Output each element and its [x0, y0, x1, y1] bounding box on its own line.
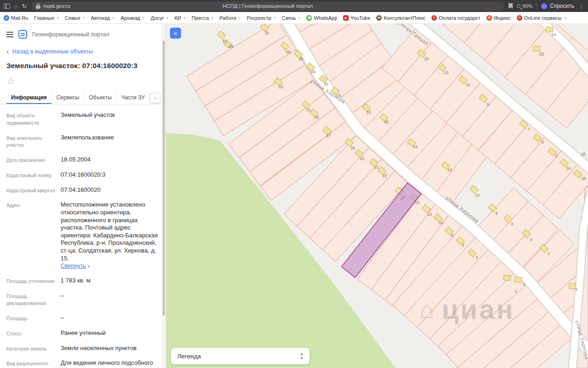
collapse-address-link[interactable]: Свернуть — [61, 263, 86, 269]
bookmark-item-5[interactable]: Досуг∨ — [151, 15, 169, 21]
field-label: Дата присвоения — [6, 156, 56, 164]
favorite-star-button[interactable]: ☆ — [4, 75, 17, 87]
field-value: Для ведения личного подсобного хозяйства — [56, 359, 158, 368]
parcel-number: 2Д — [538, 52, 543, 56]
parcel-number: 1 — [514, 289, 517, 293]
zoom-control[interactable]: 90% — [517, 3, 532, 9]
field-row-9: СтатусРанее учтенный — [6, 329, 158, 338]
tab-0[interactable]: Информация — [6, 91, 52, 104]
tab-2[interactable]: Объекты — [85, 91, 117, 104]
chevron-up-icon: ∧ — [87, 264, 90, 269]
parcel-number: 1 — [575, 287, 577, 292]
parcel-number: 12 — [447, 167, 452, 172]
field-value-text: Землепользование — [61, 134, 114, 141]
bookmark-item-9[interactable]: Росреестр∨ — [247, 15, 276, 21]
refresh-icon[interactable]: ↻ — [22, 3, 27, 9]
bookmark-label: КонсультантПлюс — [384, 15, 425, 21]
field-value-text: 07:04:1600020:3 — [61, 171, 106, 178]
bookmark-item-7[interactable]: Пресса∨ — [192, 15, 213, 21]
cadastral-map[interactable]: улица Грицайулица Хирноваулица Хирноваул… — [166, 24, 588, 368]
expand-collapse-icon: ∧∨ — [300, 352, 303, 360]
bookmark-item-11[interactable]: ☎WhatsApp — [306, 15, 337, 21]
bookmark-label: КИ — [175, 15, 181, 21]
field-value: 07:04:1600020 — [56, 186, 101, 195]
bookmark-item-3[interactable]: Автокад∨ — [91, 15, 115, 21]
parcel-number: 5 — [541, 140, 543, 144]
parcel-number: 15 — [415, 200, 419, 205]
building — [569, 284, 576, 289]
bookmark-item-6[interactable]: КИ∨ — [175, 15, 186, 21]
magnifier-icon — [517, 4, 520, 8]
mailru-icon: @ — [4, 15, 9, 21]
bookmark-label: Архикад — [120, 15, 140, 21]
bookmark-item-14[interactable]: !Оплата государст — [431, 15, 481, 21]
legend-toggle[interactable]: Легенда ∧∨ — [171, 348, 310, 364]
scrollbar-thumb[interactable] — [163, 40, 165, 316]
field-value: Ранее учтенный — [56, 329, 106, 338]
bookmark-flag-icon[interactable] — [509, 3, 513, 9]
bookmark-item-10[interactable]: Связь∨ — [282, 15, 301, 21]
app-title: Геоинформационный портал — [32, 31, 109, 38]
field-value-text: Ранее учтенный — [61, 329, 106, 336]
tab-1[interactable]: Сервисы — [52, 91, 85, 104]
parcel-number: 11 — [466, 82, 470, 87]
chevron-down-icon: ∨ — [238, 16, 241, 20]
parcel-number: 13 — [444, 70, 448, 75]
page-title: НСПД | Геоинформационный портал — [31, 3, 504, 9]
bookmark-item-13[interactable]: ККонсультантПлюс — [376, 15, 425, 21]
parcel-number: 33 — [278, 85, 283, 89]
chevron-down-icon: ∨ — [564, 16, 566, 20]
menu-kebab-icon[interactable]: ⋮ — [578, 3, 584, 9]
map-area[interactable]: улица Грицайулица Хирноваулица Хирноваул… — [166, 24, 588, 368]
back-link[interactable]: ‹ Назад в выделенные объекты — [6, 48, 159, 55]
field-label: Площадь — [6, 314, 56, 322]
bookmark-item-1[interactable]: Главные∨ — [34, 15, 59, 21]
address-bar[interactable]: nspd.gov.ru НСПД | Геоинформационный пор… — [31, 2, 504, 11]
home-icon[interactable]: ⌂ — [14, 3, 18, 9]
assistant-icon — [541, 3, 547, 9]
back-link-label: Назад в выделенные объекты — [12, 48, 93, 55]
parcel-number: 1Б — [581, 152, 586, 156]
bookmark-item-12[interactable]: ▶YouTube — [343, 15, 370, 21]
field-value-text: 18.05.2004 — [61, 156, 90, 163]
tabs-panel-icon[interactable] — [4, 4, 10, 9]
tabs-scroll-button[interactable]: › — [150, 93, 160, 103]
field-value: 1 783 кв. м — [56, 277, 90, 285]
ask-button[interactable]: Спросить — [541, 3, 574, 9]
field-value-text: Для ведения личного подсобного хозяйства — [61, 359, 153, 368]
building — [514, 277, 522, 282]
parcel-number: 22 — [324, 82, 328, 86]
content: Геоинформационный портал ‹ Назад в выдел… — [0, 24, 588, 368]
chevron-down-icon: ∨ — [211, 16, 214, 20]
parcel-number: 14 — [413, 144, 418, 149]
field-value: – — [56, 314, 64, 322]
bookmark-item-15[interactable]: ЯЯндекс — [486, 15, 511, 21]
bookmark-item-16[interactable]: OOnLine сервисы∨ — [517, 15, 566, 21]
field-value: 07:04:1600020:3 — [56, 171, 106, 179]
bookmark-item-4[interactable]: Архикад∨ — [120, 15, 145, 21]
parcel-number: 21 — [374, 165, 379, 170]
field-value-text: – — [61, 292, 64, 299]
field-row-3: Кадастровый номер07:04:1600020:3 — [6, 171, 158, 179]
object-title: Земельный участок: 07:04:1600020:3 — [6, 62, 159, 70]
bookmark-item-8[interactable]: Работа∨ — [220, 15, 241, 21]
bookmark-label: Связь — [282, 15, 296, 21]
hamburger-menu-icon[interactable] — [6, 30, 13, 39]
field-value: Землепользование — [56, 134, 114, 150]
parcel-number: 41 — [222, 39, 227, 43]
parcel-number: 2 — [547, 251, 549, 256]
tab-3[interactable]: Части ЗУ — [117, 91, 150, 104]
bookmark-label: Автокад — [91, 15, 110, 21]
field-value: Земли населенных пунктов — [56, 345, 136, 353]
chevron-down-icon: ∨ — [274, 16, 276, 20]
bookmark-label: Пресса — [192, 15, 209, 21]
legend-label: Легенда — [177, 353, 201, 360]
bookmark-item-0[interactable]: @Mail.Ru — [4, 15, 28, 21]
parcel-number: 20 — [336, 94, 341, 98]
bookmark-item-2[interactable]: Семья∨ — [65, 15, 85, 21]
url-text: nspd.gov.ru — [43, 3, 70, 9]
lock-icon — [36, 3, 40, 9]
parcel-number: 6 — [511, 222, 513, 226]
panel-scrollbar[interactable] — [162, 24, 166, 368]
collapse-panel-button[interactable]: « — [170, 28, 181, 39]
